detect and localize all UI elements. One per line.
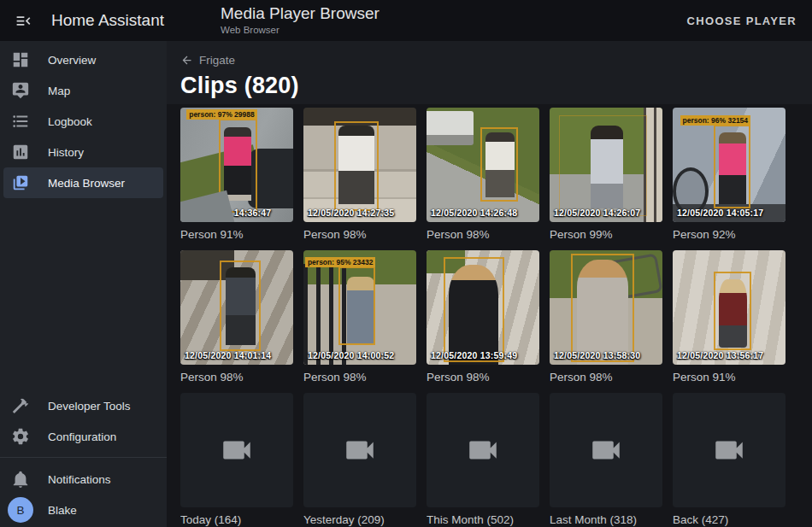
clip-tile[interactable]: person: 95% 23432 12/05/2020 14:00:52 Pe…	[303, 250, 416, 385]
hammer-icon	[11, 396, 30, 415]
clip-label: Person 92%	[673, 228, 786, 243]
clip-label: Person 99%	[550, 228, 662, 243]
folder-thumbnail[interactable]	[673, 393, 786, 507]
sidebar-item-profile[interactable]: B Blake	[3, 495, 163, 525]
clip-label: Person 98%	[427, 371, 539, 385]
clip-timestamp-overlay: 12/05/2020 14:26:07	[554, 208, 640, 218]
sidebar-item-history[interactable]: History	[3, 137, 163, 167]
format-list-bulleted-icon	[11, 112, 30, 131]
user-avatar: B	[8, 497, 33, 523]
breadcrumb-label: Frigate	[199, 54, 235, 67]
video-camera-icon	[465, 432, 501, 468]
clip-thumbnail[interactable]: 12/05/2020 14:01:14	[180, 250, 293, 365]
sidebar-item-media-browser[interactable]: Media Browser	[3, 167, 163, 198]
sidebar-item-logbook[interactable]: Logbook	[3, 106, 163, 137]
folder-label: Yesterday (209)	[303, 513, 416, 527]
clip-timestamp-overlay: 12/05/2020 14:36:47	[185, 208, 271, 218]
page-title-block: Media Player Browser Web Browser	[221, 4, 380, 36]
sidebar-item-configuration[interactable]: Configuration	[3, 421, 163, 452]
clip-label: Person 91%	[180, 228, 293, 243]
detection-bounding-box	[559, 115, 647, 216]
chart-box-icon	[11, 143, 30, 161]
folder-thumbnail[interactable]	[550, 393, 662, 507]
sidebar-item-label: Notifications	[48, 473, 111, 486]
clip-tile[interactable]: person: 97% 29988 12/05/2020 14:36:47 Pe…	[180, 108, 293, 243]
detection-bounding-box: person: 97% 29988	[219, 119, 257, 213]
page-heading: Clips (820)	[180, 73, 798, 99]
video-camera-icon	[219, 432, 255, 468]
sidebar-divider	[0, 457, 167, 458]
clip-timestamp-overlay: 12/05/2020 14:01:14	[185, 350, 271, 360]
view-dashboard-icon	[11, 50, 30, 69]
clip-timestamp-overlay: 12/05/2020 13:58:30	[554, 350, 640, 360]
sidebar-item-label: Logbook	[48, 115, 92, 128]
page-title: Media Player Browser	[221, 4, 380, 23]
folder-tile-yesterday[interactable]: Yesterday (209)	[303, 393, 416, 527]
clip-thumbnail[interactable]: person: 96% 32154 12/05/2020 14:05:17	[673, 108, 786, 222]
detection-label: person: 96% 32154	[680, 115, 751, 126]
clip-thumbnail[interactable]: 12/05/2020 13:56:17	[673, 250, 786, 365]
sidebar-bottom: Developer Tools Configuration Notificati…	[0, 390, 167, 525]
app-bar-left: Home Assistant	[0, 11, 167, 30]
folder-tile-today[interactable]: Today (164)	[180, 393, 293, 527]
clip-label: Person 98%	[180, 371, 293, 385]
sidebar-item-map[interactable]: Map	[3, 75, 163, 106]
page-subtitle: Web Browser	[221, 25, 380, 36]
detection-bounding-box	[714, 272, 752, 349]
bell-icon	[11, 470, 30, 489]
sidebar-item-overview[interactable]: Overview	[3, 44, 163, 75]
clip-tile[interactable]: 12/05/2020 13:58:30 Person 98%	[550, 250, 662, 385]
clip-thumbnail[interactable]: 12/05/2020 14:27:35	[303, 108, 416, 222]
content-header: Frigate Clips (820)	[167, 41, 812, 104]
folder-label: Back (427)	[673, 513, 786, 527]
clip-tile[interactable]: 12/05/2020 14:26:07 Person 99%	[550, 108, 662, 243]
folder-label: Today (164)	[180, 513, 293, 527]
clip-thumbnail[interactable]: 12/05/2020 13:58:30	[550, 250, 662, 365]
clip-timestamp-overlay: 12/05/2020 14:05:17	[677, 208, 763, 218]
clip-tile[interactable]: person: 96% 32154 12/05/2020 14:05:17 Pe…	[673, 108, 786, 243]
clip-thumbnail[interactable]: person: 95% 23432 12/05/2020 14:00:52	[303, 250, 416, 365]
clip-thumbnail[interactable]: person: 97% 29988 12/05/2020 14:36:47	[180, 108, 293, 222]
sidebar-item-label: Media Browser	[48, 177, 125, 190]
app-bar-main: Media Player Browser Web Browser CHOOSE …	[167, 4, 812, 36]
sidebar-nav-list: Overview Map Logbook History Media Brows…	[0, 41, 167, 198]
clip-tile[interactable]: 12/05/2020 14:26:48 Person 98%	[427, 108, 539, 243]
clip-tile[interactable]: 12/05/2020 13:59:49 Person 98%	[427, 250, 539, 385]
sidebar-item-developer-tools[interactable]: Developer Tools	[3, 390, 163, 421]
sidebar-toggle-button[interactable]	[15, 12, 32, 30]
clip-timestamp-overlay: 12/05/2020 14:00:52	[308, 350, 394, 360]
clip-label: Person 98%	[303, 228, 416, 243]
detection-bounding-box	[220, 261, 261, 351]
detection-bounding-box	[480, 127, 518, 202]
clip-timestamp-overlay: 12/05/2020 13:59:49	[431, 350, 517, 360]
clip-tile[interactable]: 12/05/2020 14:01:14 Person 98%	[180, 250, 293, 385]
folder-tile-last-month[interactable]: Last Month (318)	[550, 393, 662, 527]
media-grid: person: 97% 29988 12/05/2020 14:36:47 Pe…	[180, 108, 798, 527]
detection-bounding-box	[334, 121, 380, 211]
detection-bounding-box	[571, 254, 634, 362]
clip-timestamp-overlay: 12/05/2020 14:27:35	[308, 208, 394, 218]
clip-tile[interactable]: 12/05/2020 14:27:35 Person 98%	[303, 108, 416, 243]
sidebar-item-label: Configuration	[48, 430, 116, 443]
breadcrumb-back[interactable]: Frigate	[180, 54, 235, 67]
clip-tile[interactable]: 12/05/2020 13:56:17 Person 91%	[673, 250, 786, 385]
menu-open-icon	[15, 12, 32, 30]
folder-thumbnail[interactable]	[303, 393, 416, 507]
folder-tile-this-month[interactable]: This Month (502)	[427, 393, 539, 527]
video-camera-icon	[588, 432, 624, 468]
app-bar: Home Assistant Media Player Browser Web …	[0, 0, 812, 41]
arrow-left-icon	[180, 54, 193, 67]
folder-thumbnail[interactable]	[180, 393, 293, 507]
clip-label: Person 98%	[303, 371, 416, 385]
clip-thumbnail[interactable]: 12/05/2020 14:26:07	[550, 108, 662, 222]
app-body: Overview Map Logbook History Media Brows…	[0, 41, 812, 527]
clip-label: Person 91%	[673, 371, 786, 385]
sidebar-item-label: Developer Tools	[48, 400, 131, 413]
user-name: Blake	[48, 504, 77, 517]
sidebar-item-notifications[interactable]: Notifications	[3, 464, 163, 495]
clip-thumbnail[interactable]: 12/05/2020 14:26:48	[427, 108, 539, 222]
folder-tile-back[interactable]: Back (427)	[673, 393, 786, 527]
choose-player-button[interactable]: CHOOSE PLAYER	[674, 8, 810, 34]
folder-thumbnail[interactable]	[427, 393, 539, 507]
clip-thumbnail[interactable]: 12/05/2020 13:59:49	[427, 250, 539, 365]
